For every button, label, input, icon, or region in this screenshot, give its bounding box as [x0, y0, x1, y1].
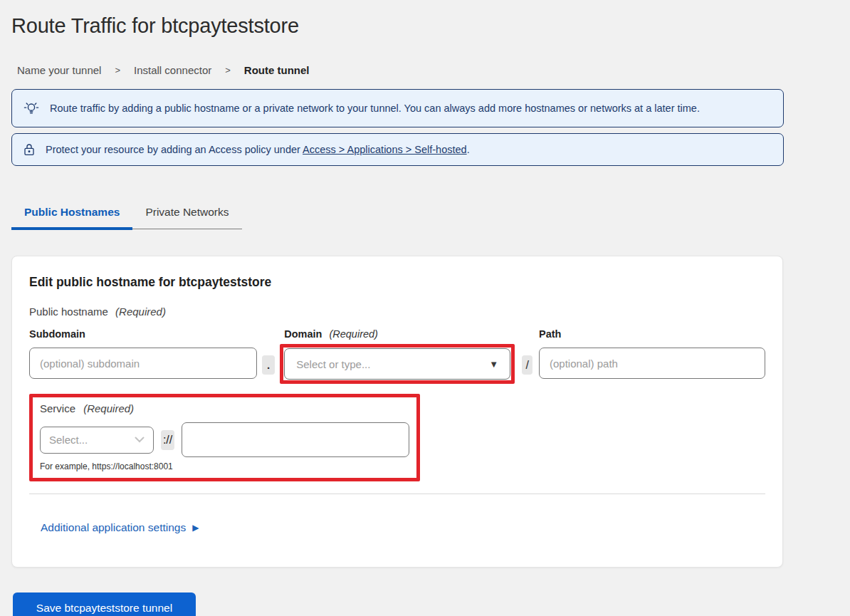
- domain-highlight-box: Select or type... ▼: [280, 344, 515, 384]
- domain-label: Domain (Required): [280, 328, 515, 343]
- breadcrumb-separator: >: [225, 65, 231, 75]
- service-highlight-box: Service (Required) Select... :// For exa…: [29, 394, 420, 481]
- service-example-text: For example, https://localhost:8001: [40, 461, 409, 471]
- breadcrumb-step-install-connector[interactable]: Install connector: [134, 64, 211, 76]
- domain-field-group: Domain (Required) Select or type... ▼: [280, 328, 515, 384]
- dot-separator: .: [262, 355, 275, 375]
- section-divider: [29, 494, 765, 494]
- additional-settings-toggle[interactable]: Additional application settings ▶: [41, 521, 199, 534]
- service-required: (Required): [83, 402, 134, 414]
- path-label: Path: [539, 328, 765, 343]
- access-tip-banner: Protect your resource by adding an Acces…: [11, 133, 784, 166]
- edit-hostname-card: Edit public hostname for btcpayteststore…: [11, 256, 783, 568]
- lightbulb-icon: [23, 100, 39, 116]
- subdomain-label: Subdomain: [29, 328, 257, 343]
- route-tip-banner: Route traffic by adding a public hostnam…: [11, 89, 784, 127]
- scheme-separator: ://: [161, 430, 174, 450]
- breadcrumb-step-route-tunnel: Route tunnel: [244, 64, 310, 76]
- service-type-value: Select...: [49, 434, 88, 446]
- route-traffic-page: Route Traffic for btcpayteststore Name y…: [0, 0, 850, 616]
- domain-select-value: Select or type...: [296, 358, 370, 370]
- dropdown-arrow-icon: ▼: [489, 359, 498, 370]
- public-hostname-label-text: Public hostname: [29, 306, 108, 318]
- subdomain-field-group: Subdomain: [29, 328, 257, 379]
- hostname-row: Subdomain . Domain (Required) Select or …: [29, 328, 765, 384]
- breadcrumb-step-name-tunnel[interactable]: Name your tunnel: [17, 64, 101, 76]
- public-hostname-required: (Required): [115, 306, 166, 318]
- additional-settings-label: Additional application settings: [41, 521, 186, 534]
- service-type-select[interactable]: Select...: [40, 427, 154, 454]
- lock-icon: [23, 142, 35, 157]
- domain-select[interactable]: Select or type... ▼: [284, 348, 510, 380]
- access-applications-link[interactable]: Access > Applications > Self-hosted: [303, 144, 467, 155]
- access-tip-suffix: .: [467, 144, 470, 155]
- page-title: Route Traffic for btcpayteststore: [11, 14, 839, 38]
- expand-arrow-icon: ▶: [192, 523, 199, 533]
- service-row: Select... ://: [40, 422, 409, 457]
- card-title: Edit public hostname for btcpayteststore: [29, 275, 765, 290]
- domain-label-text: Domain: [284, 328, 322, 340]
- slash-separator: /: [522, 355, 532, 375]
- service-label-text: Service: [40, 402, 75, 414]
- public-hostname-label: Public hostname (Required): [29, 306, 765, 318]
- access-tip-text: Protect your resource by adding an Acces…: [46, 144, 470, 155]
- save-tunnel-button[interactable]: Save btcpayteststore tunnel: [13, 592, 196, 616]
- route-tip-text: Route traffic by adding a public hostnam…: [50, 103, 700, 114]
- tab-private-networks[interactable]: Private Networks: [132, 206, 241, 229]
- domain-required: (Required): [329, 328, 378, 340]
- tab-public-hostnames[interactable]: Public Hostnames: [11, 206, 132, 229]
- chevron-down-icon: [135, 437, 145, 443]
- path-field-group: Path: [539, 328, 765, 379]
- hostname-tabs: Public Hostnames Private Networks: [11, 206, 242, 229]
- breadcrumb: Name your tunnel > Install connector > R…: [17, 64, 839, 76]
- service-label: Service (Required): [40, 402, 409, 414]
- subdomain-input[interactable]: [29, 348, 257, 379]
- path-input[interactable]: [539, 348, 765, 379]
- breadcrumb-separator: >: [115, 65, 120, 75]
- service-url-input[interactable]: [182, 422, 409, 457]
- access-tip-prefix: Protect your resource by adding an Acces…: [46, 144, 303, 155]
